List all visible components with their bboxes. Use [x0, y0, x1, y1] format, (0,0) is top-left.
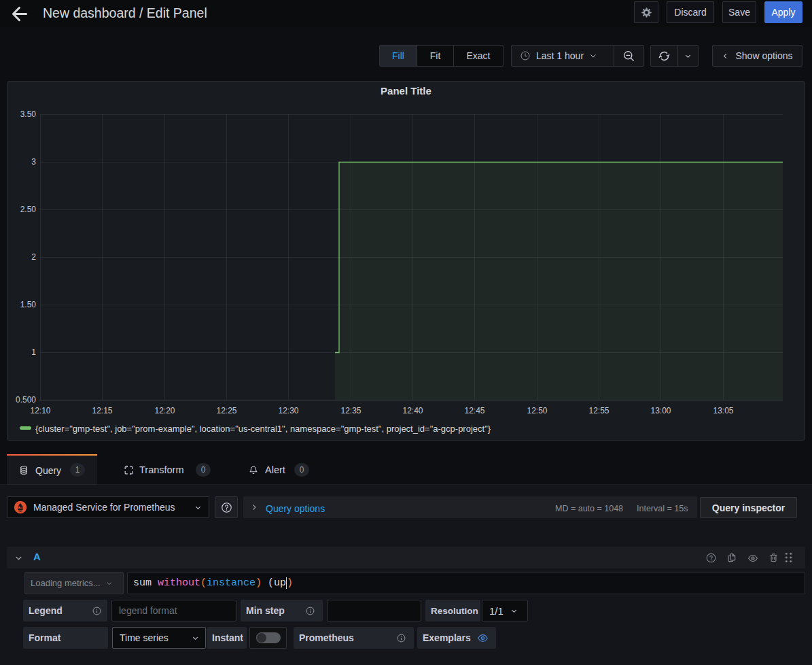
svg-text:13:05: 13:05: [713, 406, 733, 415]
svg-text:12:20: 12:20: [154, 406, 175, 415]
svg-text:12:55: 12:55: [588, 406, 609, 415]
svg-text:12:40: 12:40: [402, 406, 423, 415]
svg-text:13:00: 13:00: [650, 406, 671, 415]
svg-text:2.50: 2.50: [20, 205, 37, 214]
svg-text:2: 2: [31, 252, 36, 262]
svg-text:12:35: 12:35: [340, 406, 361, 415]
svg-text:12:10: 12:10: [30, 406, 50, 415]
svg-text:0.500: 0.500: [16, 395, 36, 405]
svg-text:3.50: 3.50: [20, 109, 37, 119]
svg-text:12:15: 12:15: [92, 406, 112, 415]
svg-text:12:50: 12:50: [527, 406, 547, 415]
svg-text:{cluster="gmp-test", job="prom: {cluster="gmp-test", job="prom-example",…: [35, 424, 491, 434]
svg-text:12:25: 12:25: [216, 406, 236, 415]
svg-text:1.50: 1.50: [20, 300, 37, 309]
svg-text:12:30: 12:30: [278, 406, 298, 415]
svg-text:3: 3: [31, 157, 36, 167]
svg-text:1: 1: [31, 347, 36, 357]
svg-text:12:45: 12:45: [464, 406, 484, 415]
